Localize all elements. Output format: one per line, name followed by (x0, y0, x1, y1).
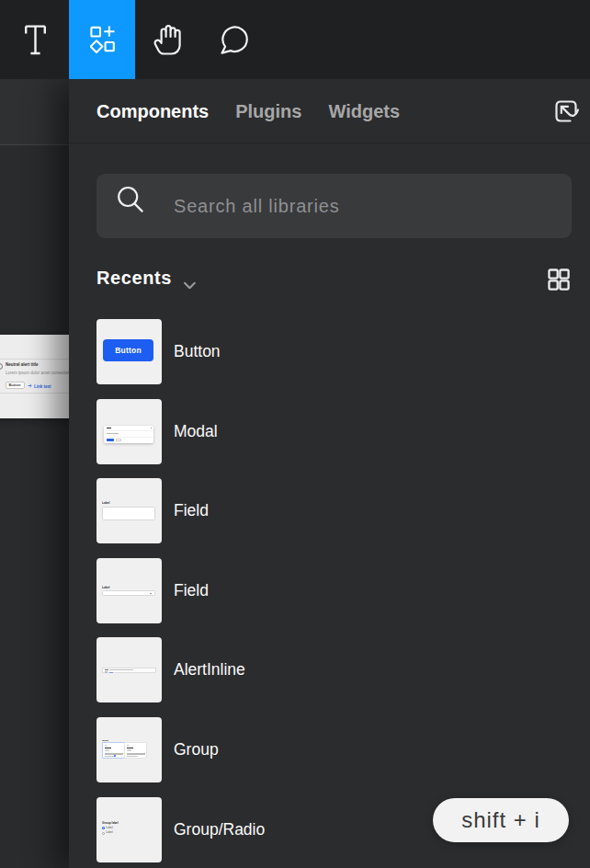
search-box (96, 174, 572, 238)
toolbar (0, 0, 590, 79)
preview-button: Button (103, 339, 153, 361)
comment-icon (219, 26, 250, 54)
shortcut-hint-pill: shift + i (433, 798, 569, 842)
comment-tool-button[interactable] (201, 0, 267, 79)
thumbnail-group-radio: Group label Label Label (96, 797, 162, 862)
alert-link: Link text (28, 382, 68, 391)
item-name: Button (174, 319, 221, 384)
preview-radio-selected (102, 827, 105, 829)
popout-button[interactable] (552, 99, 580, 127)
recents-title[interactable]: Recents (96, 268, 172, 289)
preview-alert (102, 668, 156, 673)
tab-components[interactable]: Components (96, 101, 209, 122)
thumbnail-alertinline (96, 637, 162, 702)
preview-modal (104, 426, 153, 443)
assets-tool-button[interactable] (69, 0, 135, 79)
item-name: Modal (174, 399, 218, 464)
thumbnail-modal (96, 399, 162, 464)
hand-tool-button[interactable] (135, 0, 201, 79)
chevron-down-icon[interactable] (183, 278, 197, 294)
grid-view-icon[interactable] (548, 268, 570, 291)
panel-tabs: Components Plugins Widgets (96, 79, 400, 143)
preview-field-label: Label (102, 586, 109, 589)
preview-field-label: Label (102, 501, 109, 505)
alert-title: Neutral alert title (6, 362, 39, 367)
resources-panel: Components Plugins Widgets (69, 79, 590, 868)
alert-card-divider-top (0, 359, 73, 360)
canvas-top-section (0, 79, 70, 145)
item-name: Group (174, 717, 219, 782)
preview-radio-unselected (102, 832, 105, 835)
shortcut-hint-text: shift + i (461, 807, 540, 833)
info-icon (0, 363, 3, 370)
figma-window: Neutral alert title Lorem ipsum dolor am… (0, 0, 590, 868)
item-name: AlertInline (174, 637, 245, 702)
item-name: Field (174, 478, 209, 543)
preview-field-input (102, 507, 155, 520)
search-icon (117, 186, 146, 219)
text-tool-icon (24, 25, 47, 55)
canvas-area: Neutral alert title Lorem ipsum dolor am… (0, 79, 70, 868)
thumbnail-button: Button (96, 319, 162, 384)
preview-field-input (102, 590, 155, 596)
item-name: Group/Radio (174, 797, 265, 862)
link-arrow-icon (28, 383, 32, 388)
search-input[interactable] (174, 174, 560, 238)
tab-widgets[interactable]: Widgets (328, 101, 400, 122)
list-item-group[interactable]: Group (69, 717, 590, 782)
panel-header: Components Plugins Widgets (69, 79, 590, 143)
tab-plugins[interactable]: Plugins (235, 101, 301, 122)
text-tool-button[interactable] (2, 0, 68, 79)
list-item-field-2[interactable]: Label Field (69, 558, 590, 623)
recents-header: Recents (96, 268, 562, 292)
thumbnail-group (96, 717, 162, 782)
thumbnail-field-select: Label (96, 558, 162, 623)
thumbnail-field: Label (96, 478, 162, 543)
item-name: Field (174, 558, 209, 623)
preview-card-selected (102, 742, 125, 758)
assets-icon (90, 26, 115, 53)
alert-body: Lorem ipsum dolor amet consectetur adipi (6, 371, 73, 375)
popout-icon (553, 98, 579, 128)
alert-button: Button (6, 382, 25, 390)
preview-card-unselected (124, 742, 147, 758)
list-item-modal[interactable]: Modal (69, 399, 590, 464)
hand-tool-icon (153, 24, 183, 56)
list-item-button[interactable]: Button Button (69, 319, 590, 384)
alert-card-divider-bottom (0, 393, 73, 394)
list-item-alertinline[interactable]: AlertInline (69, 637, 590, 702)
canvas-alert-component: Neutral alert title Lorem ipsum dolor am… (0, 335, 73, 418)
preview-group-label: Group label (102, 821, 119, 825)
list-item-field-1[interactable]: Label Field (69, 478, 590, 543)
